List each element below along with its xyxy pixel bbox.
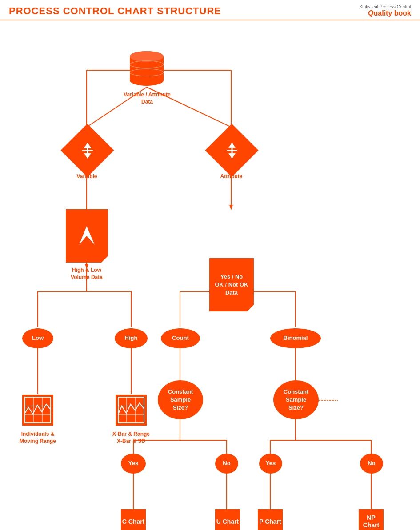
brand-suffix: uality book [374,9,411,17]
page-title: PROCESS CONTROL CHART STRUCTURE [9,5,221,17]
top-node-label: Variable / Attribute Data [120,92,174,105]
xbar-label: X-Bar & Range X-Bar & SD [107,431,156,445]
p-chart-node: P Chart [258,509,283,530]
page-container: PROCESS CONTROL CHART STRUCTURE Statisti… [0,0,420,530]
brand-area: Statistical Process Control Quality book [359,4,411,17]
database-node [125,47,168,90]
svg-marker-69 [228,153,235,158]
attribute-label: Attribute [215,173,248,180]
svg-point-57 [130,51,164,62]
yes-a-oval: Yes [121,454,146,474]
binomial-oval: Binomial [270,328,321,348]
brand-subtitle: Statistical Process Control [359,4,411,9]
svg-marker-65 [84,153,91,158]
yes-b-oval: Yes [259,454,282,474]
attribute-diamond [212,131,251,170]
brand-name: Quality book [359,9,411,17]
svg-rect-72 [25,397,51,423]
constant-sample-a: Constant Sample Size? [158,380,203,419]
variable-diamond [68,131,107,170]
brand-prefix: Q [368,9,373,17]
header: PROCESS CONTROL CHART STRUCTURE Statisti… [0,0,420,20]
imr-label: Individuals & Moving Range [12,431,63,445]
imr-chart-node [21,394,54,426]
constant-sample-b: Constant Sample Size? [273,380,319,419]
low-oval: Low [22,328,53,348]
svg-marker-71 [87,226,95,245]
count-oval: Count [161,328,200,348]
high-low-node [66,209,108,263]
svg-marker-64 [84,142,91,147]
xbar-chart-node [115,394,148,426]
svg-rect-77 [118,397,144,423]
no-b-oval: No [360,454,383,474]
variable-label: Variable [70,173,104,180]
high-oval: High [115,328,148,348]
c-chart-node: C Chart [121,509,146,530]
u-chart-node: U Chart [215,509,240,530]
flowchart: Variable / Attribute Data Variable [0,20,420,527]
svg-point-56 [130,75,164,86]
svg-marker-35 [229,205,233,210]
high-low-label: High & Low Volume Data [58,267,116,281]
svg-marker-68 [228,142,235,147]
no-a-oval: No [215,454,238,474]
np-chart-node: NP Chart [359,509,384,530]
count-binomial-label: Count / Binomial [210,263,254,276]
svg-marker-70 [79,226,87,245]
